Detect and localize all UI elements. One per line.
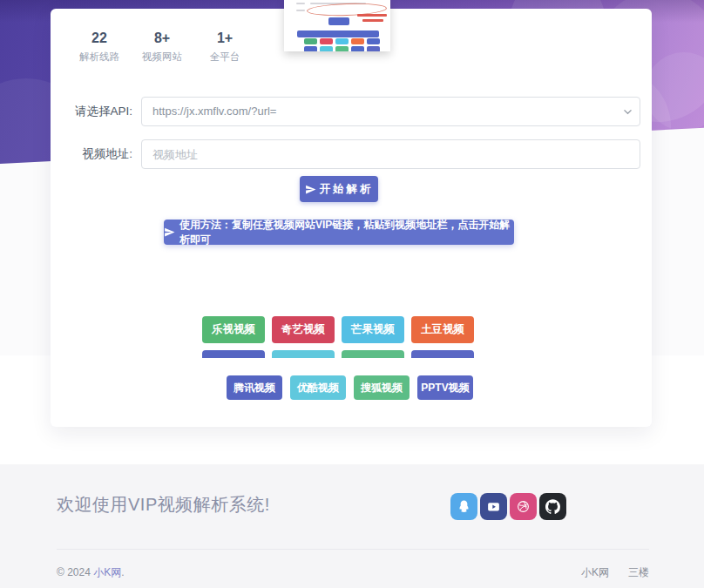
dribbble-icon (516, 499, 531, 514)
usage-tip-text: 使用方法：复制任意视频网站VIP链接，粘贴到视频地址栏，点击开始解析即可 (179, 218, 514, 247)
site-button-tencent[interactable]: 腾讯视频 (227, 375, 282, 400)
site-button-youku[interactable]: 优酷视频 (290, 375, 346, 400)
video-address-input[interactable] (141, 139, 640, 169)
start-parse-button[interactable]: 开始解析 (300, 176, 378, 202)
footer: 欢迎使用VIP视频解析系统! (0, 464, 704, 588)
footer-bottom-row: © 2024 小K网. 小K网 三楼 (57, 564, 649, 581)
site-button-mango[interactable]: 芒果视频 (342, 316, 404, 343)
preview-line (296, 10, 305, 11)
qq-social-button[interactable] (450, 493, 477, 520)
site-button-partial[interactable] (202, 350, 265, 358)
footer-link-sanlou[interactable]: 三楼 (628, 564, 649, 581)
github-icon (545, 499, 560, 514)
site-button-pptv[interactable]: PPTV视频 (417, 375, 473, 400)
copyright-prefix: © 2024 (57, 566, 93, 578)
social-links (450, 493, 566, 520)
preview-red-note (357, 14, 387, 17)
stat-value: 1+ (193, 30, 256, 47)
github-social-button[interactable] (539, 493, 566, 520)
paper-plane-icon (305, 184, 316, 195)
video-icon (486, 499, 501, 514)
vip-video-parse-page: 22 解析线路 8+ 视频网站 1+ 全平台 请选择API: https://j… (0, 0, 704, 588)
start-parse-label: 开始解析 (320, 182, 374, 197)
stat-value: 8+ (131, 30, 193, 47)
stat-video-sites: 8+ 视频网站 (131, 30, 193, 64)
stat-value: 22 (68, 30, 131, 47)
site-button-qiyi[interactable]: 奇艺视频 (272, 316, 335, 343)
preview-red-note (362, 19, 383, 22)
video-address-label: 视频地址: (51, 139, 132, 169)
footer-link-xiaok[interactable]: 小K网 (581, 564, 609, 581)
copyright-suffix: . (121, 566, 124, 578)
site-button-leshi[interactable]: 乐视视频 (202, 316, 265, 343)
chevron-down-icon (624, 108, 632, 116)
footer-links: 小K网 三楼 (581, 564, 649, 581)
qq-icon (457, 499, 471, 514)
welcome-message: 欢迎使用VIP视频解析系统! (57, 493, 270, 517)
dribbble-social-button[interactable] (510, 493, 537, 520)
preview-line (296, 3, 305, 4)
paper-plane-icon (164, 226, 175, 238)
stat-all-platform: 1+ 全平台 (193, 30, 256, 64)
api-form-row: 请选择API: https://jx.xmflv.com/?url= (51, 97, 652, 126)
api-select-value: https://jx.xmflv.com/?url= (152, 105, 276, 118)
site-buttons-row-2: 腾讯视频 优酷视频 搜狐视频 PPTV视频 (227, 375, 473, 400)
preview-banner (297, 30, 379, 37)
usage-tip-banner: 使用方法：复制任意视频网站VIP链接，粘贴到视频地址栏，点击开始解析即可 (164, 220, 514, 245)
stats-row: 22 解析线路 8+ 视频网站 1+ 全平台 (68, 30, 256, 64)
video-social-button[interactable] (480, 493, 507, 520)
preview-chip-row (304, 46, 380, 51)
site-button-partial[interactable] (342, 350, 404, 358)
parser-card: 22 解析线路 8+ 视频网站 1+ 全平台 请选择API: https://j… (51, 9, 652, 427)
api-select[interactable]: https://jx.xmflv.com/?url= (141, 97, 640, 126)
api-label: 请选择API: (51, 97, 132, 126)
footer-divider (57, 549, 649, 550)
site-buttons-row-1: 乐视视频 奇艺视频 芒果视频 土豆视频 (202, 316, 474, 343)
preview-button (328, 17, 349, 25)
copyright-site-link[interactable]: 小K网 (93, 566, 121, 578)
site-button-tudou[interactable]: 土豆视频 (411, 316, 474, 343)
video-form-row: 视频地址: (51, 139, 652, 169)
site-button-partial[interactable] (411, 350, 474, 358)
stat-parse-lines: 22 解析线路 (68, 30, 131, 64)
copyright: © 2024 小K网. (57, 564, 125, 581)
stat-label: 视频网站 (131, 51, 193, 64)
site-buttons-partial-row (202, 350, 474, 358)
stat-label: 全平台 (193, 51, 256, 64)
annotated-preview-image (284, 0, 390, 51)
site-button-partial[interactable] (272, 350, 335, 358)
preview-chip-row (304, 38, 380, 44)
stat-label: 解析线路 (68, 51, 131, 64)
site-button-sohu[interactable]: 搜狐视频 (354, 375, 410, 400)
